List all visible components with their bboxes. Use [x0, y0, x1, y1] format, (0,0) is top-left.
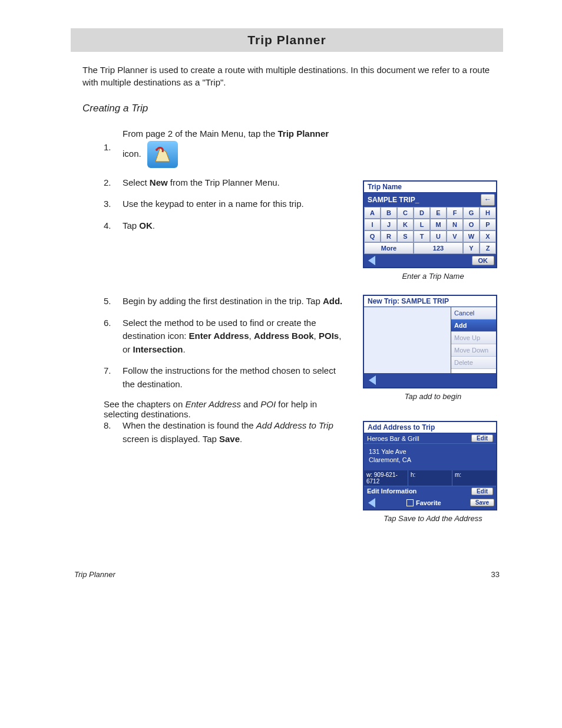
step-7: Follow the instructions for the method c… — [123, 364, 346, 391]
move-up-button[interactable]: Move Up — [451, 332, 496, 344]
edit-info-button[interactable]: Edit — [471, 487, 493, 495]
edit-info-label: Edit Information — [367, 487, 471, 495]
key-f[interactable]: F — [447, 207, 463, 219]
favorite-toggle[interactable]: Favorite — [380, 499, 468, 506]
step-num-3: 3. — [104, 197, 123, 211]
back-arrow-icon[interactable] — [368, 498, 375, 508]
addaddr-caption: Tap Save to Add the Address — [363, 514, 503, 523]
key-e[interactable]: E — [430, 207, 447, 219]
footer-label: Trip Planner — [74, 570, 115, 579]
newtrip-caption: Tap add to begin — [363, 392, 503, 401]
step-num-1: 1. — [104, 141, 123, 154]
key-more[interactable]: More — [364, 242, 414, 254]
newtrip-list — [364, 307, 451, 373]
step-8: When the destination is found the Add Ad… — [123, 419, 346, 446]
addaddr-screenshot: Add Address to Trip Heroes Bar & Grill E… — [363, 421, 497, 510]
key-c[interactable]: C — [397, 207, 414, 219]
key-h[interactable]: H — [480, 207, 496, 219]
key-a[interactable]: A — [364, 207, 381, 219]
step-num-6: 6. — [104, 317, 123, 357]
key-s[interactable]: S — [397, 230, 414, 242]
phone-work: w: 909-621-6712 — [364, 470, 408, 486]
key-b[interactable]: B — [381, 207, 397, 219]
key-r[interactable]: R — [381, 230, 397, 242]
keypad-screenshot: Trip Name SAMPLE TRIP_ ← A B C D E F G H… — [363, 180, 497, 268]
key-l[interactable]: L — [414, 219, 430, 230]
address-block: 131 Yale Ave Claremont, CA — [364, 443, 496, 470]
step-num-7: 7. — [104, 364, 123, 391]
intro-text: The Trip Planner is used to create a rou… — [82, 64, 491, 88]
phone-home: h: — [408, 470, 452, 486]
key-t[interactable]: T — [414, 230, 430, 242]
ok-button[interactable]: OK — [472, 256, 495, 265]
step-num-2: 2. — [104, 176, 123, 190]
key-k[interactable]: K — [397, 219, 414, 230]
addaddr-title: Add Address to Trip — [364, 422, 496, 433]
back-arrow-icon[interactable] — [368, 256, 375, 265]
key-i[interactable]: I — [364, 219, 381, 230]
delete-button[interactable]: Delete — [451, 357, 496, 369]
trip-planner-icon — [147, 141, 178, 168]
step-3: Use the keypad to enter in a name for th… — [123, 197, 346, 211]
svg-point-0 — [156, 149, 158, 151]
keypad-caption: Enter a Trip Name — [363, 272, 503, 281]
page-number: 33 — [491, 570, 500, 579]
keypad-title: Trip Name — [364, 182, 496, 193]
step-5: Begin by adding the first destination in… — [123, 295, 346, 308]
place-name: Heroes Bar & Grill — [367, 435, 471, 442]
step-2: Select New from the Trip Planner Menu. — [123, 176, 346, 190]
add-button[interactable]: Add — [451, 319, 496, 332]
step-7-note: See the chapters on Enter Address and PO… — [104, 399, 346, 419]
move-down-button[interactable]: Move Down — [451, 344, 496, 357]
step-1: From page 2 of the Main Menu, tap the Tr… — [123, 127, 346, 168]
keypad-input[interactable]: SAMPLE TRIP_ — [365, 195, 481, 205]
key-d[interactable]: D — [414, 207, 430, 219]
page-title: Trip Planner — [71, 28, 503, 52]
subheading: Creating a Trip — [82, 103, 503, 114]
key-q[interactable]: Q — [364, 230, 381, 242]
backspace-button[interactable]: ← — [481, 194, 495, 206]
key-w[interactable]: W — [463, 230, 480, 242]
key-j[interactable]: J — [381, 219, 397, 230]
step-6: Select the method to be used to find or … — [123, 317, 346, 357]
step-num-8: 8. — [104, 419, 123, 446]
key-x[interactable]: X — [480, 230, 496, 242]
key-n[interactable]: N — [447, 219, 463, 230]
checkbox-icon — [406, 499, 414, 506]
back-arrow-icon[interactable] — [369, 375, 376, 385]
key-y[interactable]: Y — [463, 242, 480, 254]
phone-mobile: m: — [452, 470, 496, 486]
newtrip-title: New Trip: SAMPLE TRIP — [364, 296, 496, 307]
save-button[interactable]: Save — [470, 499, 494, 506]
newtrip-screenshot: New Trip: SAMPLE TRIP Cancel Add Move Up… — [363, 295, 497, 388]
step-num-4: 4. — [104, 219, 123, 233]
step-4: Tap OK. — [123, 219, 346, 233]
edit-place-button[interactable]: Edit — [471, 434, 493, 442]
key-z[interactable]: Z — [480, 242, 496, 254]
step-num-5: 5. — [104, 295, 123, 308]
key-123[interactable]: 123 — [414, 242, 463, 254]
cancel-button[interactable]: Cancel — [451, 307, 496, 319]
keypad: A B C D E F G H I J K L M N O P Q — [364, 207, 496, 254]
key-u[interactable]: U — [430, 230, 447, 242]
key-o[interactable]: O — [463, 219, 480, 230]
key-p[interactable]: P — [480, 219, 496, 230]
key-g[interactable]: G — [463, 207, 480, 219]
key-m[interactable]: M — [430, 219, 447, 230]
key-v[interactable]: V — [447, 230, 463, 242]
